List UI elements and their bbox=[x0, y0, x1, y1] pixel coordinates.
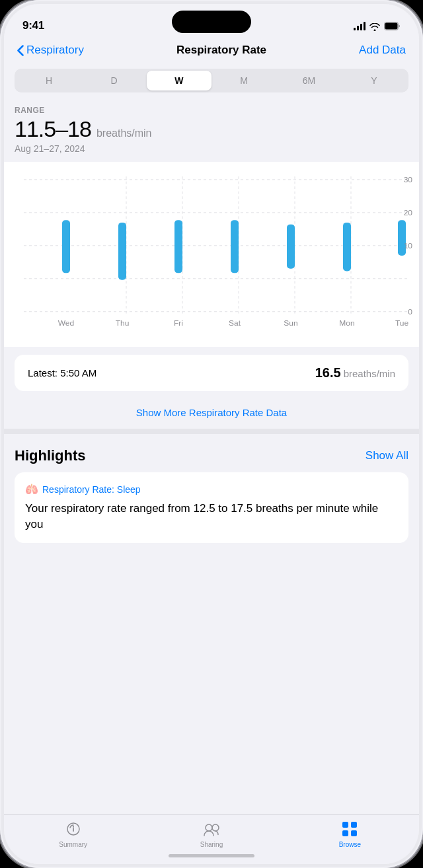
svg-rect-1 bbox=[385, 22, 398, 29]
dynamic-island bbox=[172, 11, 251, 33]
svg-rect-16 bbox=[287, 225, 295, 269]
period-w[interactable]: W bbox=[147, 71, 212, 90]
range-unit: breaths/min bbox=[96, 127, 152, 139]
highlight-card-title: Respiratory Rate: Sleep bbox=[42, 484, 141, 495]
browse-icon bbox=[340, 820, 359, 838]
svg-text:Thu: Thu bbox=[116, 319, 130, 328]
svg-text:Sat: Sat bbox=[229, 319, 241, 328]
tab-sharing[interactable]: Sharing bbox=[142, 820, 280, 848]
latest-number: 16.5 bbox=[315, 365, 341, 380]
show-more-link[interactable]: Show More Respiratory Rate Data bbox=[4, 399, 419, 426]
sharing-icon bbox=[202, 820, 221, 838]
tab-browse-label: Browse bbox=[339, 841, 361, 848]
nav-bar: Respiratory Respiratory Rate Add Data bbox=[4, 38, 419, 63]
status-icons bbox=[354, 21, 401, 30]
svg-point-31 bbox=[212, 824, 219, 831]
summary-icon bbox=[64, 820, 83, 838]
latest-label: Latest: 5:50 AM bbox=[28, 367, 96, 379]
svg-text:20: 20 bbox=[404, 208, 413, 217]
highlight-card: 🫁 Respiratory Rate: Sleep Your respirato… bbox=[15, 472, 408, 543]
svg-rect-35 bbox=[351, 830, 357, 836]
range-numbers: 11.5–18 bbox=[15, 116, 91, 142]
back-button[interactable]: Respiratory bbox=[17, 44, 84, 57]
range-section: RANGE 11.5–18 breaths/min Aug 21–27, 202… bbox=[4, 98, 419, 157]
svg-text:30: 30 bbox=[404, 175, 413, 184]
back-label: Respiratory bbox=[26, 44, 84, 57]
signal-icon bbox=[354, 21, 365, 30]
highlight-card-text: Your respiratory rate ranged from 12.5 t… bbox=[25, 501, 398, 532]
latest-value: 16.5 breaths/min bbox=[315, 365, 395, 380]
period-m[interactable]: M bbox=[212, 71, 276, 90]
content-area: H D W M 6M Y RANGE 11.5–18 breaths/min A… bbox=[4, 63, 419, 814]
svg-text:Mon: Mon bbox=[339, 319, 354, 328]
svg-text:Tue: Tue bbox=[395, 319, 408, 328]
svg-rect-18 bbox=[398, 220, 406, 256]
period-h[interactable]: H bbox=[17, 71, 81, 90]
tab-summary-label: Summary bbox=[59, 841, 87, 848]
svg-text:Sun: Sun bbox=[284, 319, 297, 328]
svg-rect-33 bbox=[351, 822, 357, 828]
period-y[interactable]: Y bbox=[342, 71, 406, 90]
highlight-card-header: 🫁 Respiratory Rate: Sleep bbox=[25, 483, 398, 495]
period-6m[interactable]: 6M bbox=[276, 71, 341, 90]
chart-svg: 30 20 10 0 Wed Thu Fri Sat Sun Mon Tue bbox=[4, 167, 419, 342]
svg-text:Wed: Wed bbox=[58, 319, 74, 328]
highlights-title: Highlights bbox=[15, 447, 86, 464]
battery-icon bbox=[384, 22, 401, 30]
screen: 9:41 bbox=[4, 4, 419, 864]
range-date: Aug 21–27, 2024 bbox=[15, 143, 408, 154]
nav-title: Respiratory Rate bbox=[176, 44, 266, 57]
latest-card: Latest: 5:50 AM 16.5 breaths/min bbox=[15, 355, 408, 391]
tab-summary[interactable]: Summary bbox=[4, 820, 142, 848]
svg-rect-13 bbox=[118, 223, 126, 280]
svg-rect-17 bbox=[343, 223, 351, 271]
svg-rect-32 bbox=[342, 822, 348, 828]
chart-container: 30 20 10 0 Wed Thu Fri Sat Sun Mon Tue bbox=[4, 162, 419, 347]
latest-unit: breaths/min bbox=[344, 368, 395, 379]
svg-text:Fri: Fri bbox=[174, 319, 183, 328]
period-selector: H D W M 6M Y bbox=[15, 69, 408, 92]
svg-point-30 bbox=[206, 824, 212, 831]
range-value: 11.5–18 breaths/min bbox=[15, 116, 408, 142]
phone-frame: 9:41 bbox=[0, 0, 423, 868]
period-d[interactable]: D bbox=[81, 71, 146, 90]
highlights-section: Highlights Show All 🫁 Respiratory Rate: … bbox=[4, 437, 419, 548]
tab-browse[interactable]: Browse bbox=[281, 820, 419, 848]
lung-icon: 🫁 bbox=[25, 483, 38, 495]
section-divider bbox=[4, 429, 419, 434]
highlights-header: Highlights Show All bbox=[15, 447, 408, 464]
tab-sharing-label: Sharing bbox=[200, 841, 223, 848]
add-data-button[interactable]: Add Data bbox=[359, 44, 406, 57]
status-time: 9:41 bbox=[22, 19, 44, 32]
home-indicator bbox=[169, 854, 254, 857]
wifi-icon bbox=[369, 22, 380, 30]
svg-rect-14 bbox=[174, 220, 182, 273]
svg-rect-15 bbox=[231, 220, 239, 273]
show-all-button[interactable]: Show All bbox=[365, 449, 408, 462]
status-bar: 9:41 bbox=[4, 4, 419, 38]
svg-rect-12 bbox=[62, 220, 70, 273]
range-label: RANGE bbox=[15, 106, 408, 115]
svg-text:0: 0 bbox=[408, 307, 412, 316]
svg-rect-34 bbox=[342, 830, 348, 836]
svg-text:10: 10 bbox=[404, 241, 413, 250]
